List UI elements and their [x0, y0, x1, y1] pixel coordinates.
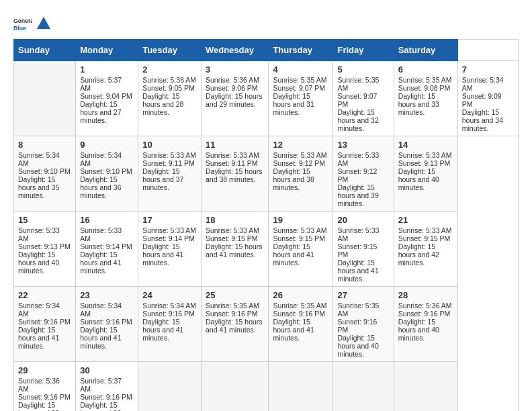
- calendar-cell: 21 Sunrise: 5:33 AM Sunset: 9:15 PM Dayl…: [394, 212, 457, 287]
- calendar-cell: 26 Sunrise: 5:35 AM Sunset: 9:16 PM Dayl…: [269, 287, 333, 362]
- sunset-label: Sunset: 9:15 PM: [206, 234, 258, 242]
- day-number: 2: [142, 64, 197, 75]
- sunset-label: Sunset: 9:12 PM: [337, 167, 377, 183]
- daylight-label: Daylight: 15 hours and 39 minutes.: [80, 401, 121, 411]
- sunrise-label: Sunrise: 5:35 AM: [206, 302, 259, 310]
- sunrise-label: Sunrise: 5:33 AM: [398, 151, 452, 159]
- header-wednesday: Wednesday: [201, 40, 268, 61]
- calendar-cell: 6 Sunrise: 5:35 AM Sunset: 9:08 PM Dayli…: [394, 61, 457, 136]
- sunset-label: Sunset: 9:14 PM: [80, 242, 132, 250]
- calendar-cell: 9 Sunrise: 5:34 AM Sunset: 9:10 PM Dayli…: [76, 136, 138, 212]
- daylight-label: Daylight: 15 hours and 33 minutes.: [398, 92, 439, 116]
- sunset-label: Sunset: 9:14 PM: [142, 234, 195, 242]
- daylight-label: Daylight: 15 hours and 39 minutes.: [337, 183, 378, 208]
- calendar-cell: [138, 362, 202, 412]
- sunrise-label: Sunrise: 5:35 AM: [273, 302, 326, 310]
- sunrise-label: Sunrise: 5:35 AM: [337, 76, 379, 92]
- day-number: 29: [18, 365, 71, 375]
- day-number: 7: [462, 64, 514, 75]
- sunset-label: Sunset: 9:16 PM: [337, 318, 377, 334]
- day-number: 8: [18, 140, 71, 150]
- day-number: 3: [206, 64, 264, 75]
- daylight-label: Daylight: 15 hours and 31 minutes.: [273, 92, 314, 116]
- calendar-cell: [333, 362, 394, 412]
- sunset-label: Sunset: 9:16 PM: [142, 310, 195, 318]
- day-number: 23: [80, 290, 134, 300]
- calendar-cell: 8 Sunrise: 5:34 AM Sunset: 9:10 PM Dayli…: [14, 136, 76, 212]
- sunset-label: Sunset: 9:15 PM: [337, 242, 377, 259]
- sunset-label: Sunset: 9:10 PM: [18, 167, 71, 175]
- calendar-cell: 15 Sunrise: 5:33 AM Sunset: 9:13 PM Dayl…: [14, 212, 76, 287]
- day-number: 4: [273, 64, 328, 75]
- sunset-label: Sunset: 9:15 PM: [273, 234, 325, 242]
- day-number: 24: [142, 290, 197, 300]
- calendar-cell: 7 Sunrise: 5:34 AM Sunset: 9:09 PM Dayli…: [457, 61, 518, 136]
- calendar-cell: 3 Sunrise: 5:36 AM Sunset: 9:06 PM Dayli…: [201, 61, 268, 136]
- header-saturday: Saturday: [394, 40, 457, 61]
- daylight-label: Daylight: 15 hours and 41 minutes.: [142, 318, 183, 342]
- sunrise-label: Sunrise: 5:33 AM: [18, 226, 60, 242]
- calendar-week-row: 8 Sunrise: 5:34 AM Sunset: 9:10 PM Dayli…: [14, 136, 519, 212]
- sunrise-label: Sunrise: 5:36 AM: [206, 76, 259, 84]
- calendar-cell: 13 Sunrise: 5:33 AM Sunset: 9:12 PM Dayl…: [333, 136, 394, 212]
- day-number: 15: [18, 215, 71, 225]
- sunset-label: Sunset: 9:16 PM: [398, 310, 451, 318]
- calendar-week-row: 15 Sunrise: 5:33 AM Sunset: 9:13 PM Dayl…: [14, 212, 519, 287]
- sunrise-label: Sunrise: 5:34 AM: [18, 151, 60, 167]
- day-number: 13: [337, 140, 389, 150]
- sunrise-label: Sunrise: 5:33 AM: [398, 226, 452, 234]
- sunset-label: Sunset: 9:15 PM: [398, 234, 451, 242]
- daylight-label: Daylight: 15 hours and 35 minutes.: [18, 175, 59, 199]
- sunset-label: Sunset: 9:04 PM: [80, 92, 132, 100]
- sunrise-label: Sunrise: 5:33 AM: [206, 151, 259, 159]
- calendar-cell: 4 Sunrise: 5:35 AM Sunset: 9:07 PM Dayli…: [269, 61, 333, 136]
- sunrise-label: Sunrise: 5:33 AM: [273, 226, 326, 234]
- calendar-cell: 1 Sunrise: 5:37 AM Sunset: 9:04 PM Dayli…: [76, 61, 138, 136]
- sunrise-label: Sunrise: 5:33 AM: [273, 151, 326, 159]
- logo-icon: General Blue: [13, 13, 32, 32]
- sunrise-label: Sunrise: 5:33 AM: [142, 226, 196, 234]
- calendar-cell: 25 Sunrise: 5:35 AM Sunset: 9:16 PM Dayl…: [201, 287, 268, 362]
- calendar-cell: 28 Sunrise: 5:36 AM Sunset: 9:16 PM Dayl…: [394, 287, 457, 362]
- header-thursday: Thursday: [269, 40, 333, 61]
- calendar-cell: 22 Sunrise: 5:34 AM Sunset: 9:16 PM Dayl…: [14, 287, 76, 362]
- sunset-label: Sunset: 9:07 PM: [273, 84, 325, 92]
- calendar-cell: 12 Sunrise: 5:33 AM Sunset: 9:12 PM Dayl…: [269, 136, 333, 212]
- svg-marker-2: [37, 17, 50, 29]
- day-number: 16: [80, 215, 134, 225]
- day-number: 27: [337, 290, 389, 300]
- sunrise-label: Sunrise: 5:34 AM: [80, 151, 122, 167]
- sunset-label: Sunset: 9:16 PM: [273, 310, 325, 318]
- day-number: 14: [398, 140, 453, 150]
- sunrise-label: Sunrise: 5:35 AM: [398, 76, 452, 84]
- sunrise-label: Sunrise: 5:35 AM: [273, 76, 326, 84]
- page-header: General Blue: [13, 13, 519, 32]
- header-tuesday: Tuesday: [138, 40, 202, 61]
- calendar-cell: 17 Sunrise: 5:33 AM Sunset: 9:14 PM Dayl…: [138, 212, 202, 287]
- daylight-label: Daylight: 15 hours and 29 minutes.: [206, 92, 263, 108]
- sunset-label: Sunset: 9:16 PM: [206, 310, 258, 318]
- calendar-cell: 19 Sunrise: 5:33 AM Sunset: 9:15 PM Dayl…: [269, 212, 333, 287]
- sunrise-label: Sunrise: 5:35 AM: [337, 302, 379, 318]
- daylight-label: Daylight: 15 hours and 37 minutes.: [142, 167, 183, 191]
- calendar-week-row: 29 Sunrise: 5:36 AM Sunset: 9:16 PM Dayl…: [14, 362, 519, 412]
- daylight-label: Daylight: 15 hours and 40 minutes.: [18, 250, 59, 275]
- sunset-label: Sunset: 9:05 PM: [142, 84, 195, 92]
- daylight-label: Daylight: 15 hours and 41 minutes.: [273, 318, 314, 342]
- day-number: 19: [273, 215, 328, 225]
- day-number: 28: [398, 290, 453, 300]
- day-number: 11: [206, 140, 264, 150]
- sunset-label: Sunset: 9:16 PM: [80, 318, 132, 326]
- day-number: 12: [273, 140, 328, 150]
- sunset-label: Sunset: 9:12 PM: [273, 159, 325, 167]
- calendar-cell: [269, 362, 333, 412]
- day-number: 25: [206, 290, 264, 300]
- calendar-header-row: SundayMondayTuesdayWednesdayThursdayFrid…: [14, 40, 519, 61]
- day-number: 21: [398, 215, 453, 225]
- sunrise-label: Sunrise: 5:33 AM: [337, 226, 379, 242]
- daylight-label: Daylight: 15 hours and 41 minutes.: [142, 242, 183, 267]
- calendar-cell: 24 Sunrise: 5:34 AM Sunset: 9:16 PM Dayl…: [138, 287, 202, 362]
- daylight-label: Daylight: 15 hours and 38 minutes.: [206, 167, 263, 183]
- calendar-cell: 23 Sunrise: 5:34 AM Sunset: 9:16 PM Dayl…: [76, 287, 138, 362]
- calendar-cell: 10 Sunrise: 5:33 AM Sunset: 9:11 PM Dayl…: [138, 136, 202, 212]
